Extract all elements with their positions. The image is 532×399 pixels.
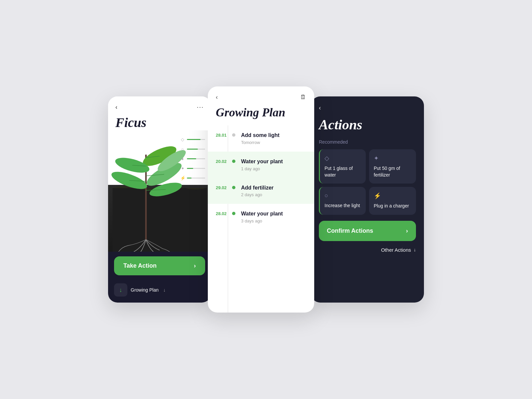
timeline-date-1: 28.01 [216, 132, 230, 138]
menu-button[interactable]: ··· [197, 104, 204, 111]
action-card-fertilizer-text: Put 50 gm of fertilizer [374, 165, 411, 178]
timeline-title-3: Add fertilizer [241, 185, 308, 192]
take-action-label: Take Action [123, 262, 157, 269]
timeline-title-1: Add some light [241, 132, 308, 139]
growing-plan-title: Growing Plan [216, 105, 306, 119]
metric-temp: ♦ [180, 156, 205, 161]
timeline-dot-1 [232, 133, 235, 137]
timeline-date-2: 20.02 [216, 158, 230, 164]
metric-light: ○ [180, 147, 205, 152]
timeline-dot-4 [232, 212, 235, 215]
actions-title: Actions [319, 117, 416, 133]
temp-icon: ♦ [180, 156, 185, 161]
action-card-light[interactable]: ○ Increase the light [319, 187, 366, 215]
timeline-sub-4: 3 days ago [241, 218, 308, 223]
plant-title: Ficus [115, 115, 204, 130]
back-button-1[interactable]: ‹ [115, 104, 117, 111]
confirm-arrow-icon: › [406, 227, 408, 234]
metric-fertilizer: ✦ [180, 166, 205, 171]
metrics-bar: ◇ ○ ♦ ✦ [180, 137, 205, 181]
timeline-date-4: 28.02 [216, 210, 230, 216]
screen-actions: ‹ Actions Recommeded ◇ Put 1 glass of wa… [311, 96, 424, 303]
action-card-water-text: Put 1 glass of water [325, 165, 361, 178]
other-actions-icon: ↓ [414, 247, 416, 252]
timeline-sub-3: 2 days ago [241, 192, 308, 197]
screen-ficus: ‹ ··· Ficus [108, 96, 211, 303]
fertilizer-icon: ✦ [180, 166, 185, 171]
growing-plan-link[interactable]: ↓ Growing Plan ↓ [108, 280, 211, 303]
take-action-arrow-icon: › [194, 262, 196, 269]
fertilizer-card-icon: ✦ [374, 155, 411, 162]
action-card-fertilizer[interactable]: ✦ Put 50 gm of fertilizer [369, 149, 416, 184]
timeline-item: 20.02 Water your plant 1 day ago [208, 152, 314, 178]
growing-plan-arrow-icon: ↓ [163, 287, 166, 293]
timeline-dot-2 [232, 160, 235, 163]
growing-plan-label: Growing Plan [131, 287, 159, 293]
back-button-3[interactable]: ‹ [319, 104, 321, 111]
take-action-button[interactable]: Take Action › [114, 256, 205, 275]
growing-plan-icon: ↓ [114, 283, 127, 297]
light-icon: ○ [180, 147, 185, 152]
water-icon: ◇ [180, 137, 185, 142]
timeline-sub-2: 1 day ago [241, 166, 308, 171]
back-button-2[interactable]: ‹ [216, 94, 218, 101]
action-card-charger-text: Plug in a charger [374, 203, 411, 209]
timeline-item: 29.02 Add fertilizer 2 days ago [208, 178, 314, 204]
metric-power: ⚡ [180, 176, 205, 181]
recommended-label: Recommeded [319, 139, 416, 145]
svg-rect-0 [113, 188, 207, 252]
confirm-label: Confirm Actions [327, 227, 373, 234]
screen-growing-plan: ‹ 🗓 Growing Plan 28.01 Add some light To… [208, 86, 314, 313]
timeline-title-2: Water your plant [241, 158, 308, 165]
action-card-water[interactable]: ◇ Put 1 glass of water [319, 149, 366, 184]
charger-card-icon: ⚡ [374, 192, 411, 200]
action-card-light-text: Increase the light [325, 202, 361, 209]
action-card-charger[interactable]: ⚡ Plug in a charger [369, 187, 416, 215]
screen-1-bottom: Take Action › ↓ Growing Plan ↓ [108, 252, 211, 303]
timeline-dot-3 [232, 186, 235, 189]
action-cards-grid: ◇ Put 1 glass of water ✦ Put 50 gm of fe… [319, 149, 416, 215]
timeline-item: 28.01 Add some light Tomorrow [208, 125, 314, 152]
timeline-title-4: Water your plant [241, 210, 308, 217]
confirm-actions-button[interactable]: Confirm Actions › [319, 221, 416, 241]
light-card-icon: ○ [325, 192, 361, 199]
other-actions-label: Other Actions [381, 247, 411, 253]
metric-water: ◇ [180, 137, 205, 142]
water-card-icon: ◇ [325, 155, 361, 162]
calendar-icon[interactable]: 🗓 [300, 94, 306, 101]
timeline-item: 28.02 Water your plant 3 days ago [208, 204, 314, 230]
other-actions-row[interactable]: Other Actions ↓ [319, 247, 416, 253]
timeline-date-3: 29.02 [216, 185, 230, 190]
power-icon: ⚡ [180, 176, 185, 181]
plant-image-area: ◇ ○ ♦ ✦ [108, 130, 211, 252]
timeline-container: 28.01 Add some light Tomorrow 20.02 Wate… [208, 125, 314, 313]
timeline-sub-1: Tomorrow [241, 140, 308, 145]
